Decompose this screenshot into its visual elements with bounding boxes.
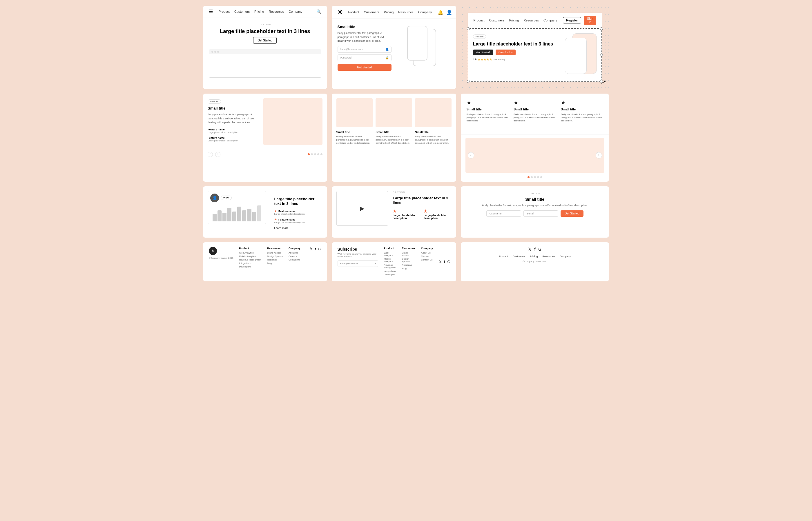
register-button[interactable]: Register: [563, 17, 581, 23]
video-player[interactable]: ▶: [336, 191, 388, 226]
dot-2[interactable]: [311, 153, 313, 155]
list-item[interactable]: Revenue Recognition: [239, 258, 261, 261]
nav-pricing-3[interactable]: Pricing: [509, 19, 519, 22]
carousel-prev-button[interactable]: ‹: [468, 152, 474, 159]
nav-product-1[interactable]: Product: [219, 10, 230, 13]
list-item[interactable]: Design System: [402, 257, 415, 263]
browser-dot-3: [217, 51, 219, 53]
prev-arrow[interactable]: ‹: [208, 152, 213, 157]
list-item[interactable]: Web Analytics: [239, 251, 261, 254]
list-item[interactable]: Contact Us: [289, 258, 300, 261]
carousel-dot-2[interactable]: [531, 176, 533, 178]
list-item[interactable]: Developers: [384, 273, 396, 276]
twitter-icon-1[interactable]: 𝕏: [310, 247, 313, 251]
list-item[interactable]: Blog: [402, 267, 415, 270]
list-item[interactable]: Roadmap: [267, 258, 283, 261]
hero-cta-button[interactable]: Get Started: [253, 37, 277, 44]
navbar-1: ☰ Product Customers Pricing Resources Co…: [203, 6, 327, 17]
facebook-icon-3[interactable]: f: [534, 247, 535, 251]
list-item[interactable]: Roadmap: [402, 264, 415, 266]
list-item[interactable]: About Us: [289, 251, 300, 254]
footer-social-2: 𝕏 f G: [439, 247, 450, 277]
dot-3[interactable]: [314, 153, 316, 155]
list-item[interactable]: Design System: [267, 255, 283, 257]
download-button[interactable]: Download ▾: [496, 49, 516, 55]
avatar-icon[interactable]: 👤: [446, 9, 452, 15]
nav-company-1[interactable]: Company: [289, 10, 302, 13]
email-input[interactable]: [523, 210, 558, 217]
twitter-icon-3[interactable]: 𝕏: [528, 247, 531, 251]
list-item[interactable]: Integrations: [239, 262, 261, 265]
nav-pricing-1[interactable]: Pricing: [254, 10, 264, 13]
learn-more-link[interactable]: Learn more ›: [274, 227, 319, 229]
signin-button[interactable]: Sign in: [584, 16, 596, 25]
bell-icon[interactable]: 🔔: [437, 9, 443, 15]
subscribe-area: Subscribe We'll never to spam you or sha…: [338, 247, 378, 277]
hamburger-icon[interactable]: ☰: [209, 9, 213, 14]
twitter-icon-2[interactable]: 𝕏: [439, 259, 442, 264]
subscribe-email-input[interactable]: [338, 260, 373, 267]
dot-1[interactable]: [308, 153, 310, 155]
carousel-dot-4[interactable]: [537, 176, 539, 178]
carousel-dot-3[interactable]: [534, 176, 536, 178]
dot-4[interactable]: [317, 153, 319, 155]
list-item[interactable]: Developers: [239, 266, 261, 268]
carousel-dot-5[interactable]: [540, 176, 542, 178]
selected-card-buttons: Get Started Download ▾: [473, 49, 561, 55]
nav-product-2[interactable]: Product: [348, 10, 359, 14]
nav-resources-2[interactable]: Resources: [398, 10, 413, 14]
google-icon-2[interactable]: G: [447, 259, 450, 264]
list-item[interactable]: Mobile Analytics: [384, 257, 396, 263]
carousel-dots-wrapper: [466, 176, 604, 178]
facebook-icon-2[interactable]: f: [444, 259, 445, 264]
feature-content: Feature Small title Body placeholder for…: [203, 94, 327, 150]
subscribe-submit-button[interactable]: ›: [373, 260, 378, 267]
list-item[interactable]: Revenue Recognition: [384, 264, 396, 269]
list-item[interactable]: Web Analytics: [384, 251, 396, 257]
dot-5[interactable]: [320, 153, 322, 155]
footer-nav-company[interactable]: Company: [560, 255, 571, 258]
feature-list: Feature name Large placeholder descripti…: [208, 128, 254, 142]
nav-resources-1[interactable]: Resources: [269, 10, 284, 13]
nav-company-3[interactable]: Company: [543, 19, 557, 22]
footer-nav-pricing[interactable]: Pricing: [530, 255, 538, 258]
list-item[interactable]: Contact Us: [421, 258, 433, 261]
next-arrow[interactable]: ›: [215, 152, 220, 157]
get-started-dark-button[interactable]: Get Started: [473, 49, 493, 55]
nav-pricing-2[interactable]: Pricing: [384, 10, 394, 14]
nav-customers-1[interactable]: Customers: [234, 10, 250, 13]
nav-dots: [308, 153, 322, 155]
list-item[interactable]: About Us: [421, 251, 433, 254]
nav-company-2[interactable]: Company: [418, 10, 432, 14]
carousel-dot-1[interactable]: [528, 176, 530, 178]
nav-resources-3[interactable]: Resources: [523, 19, 539, 22]
list-item[interactable]: Integrations: [384, 270, 396, 272]
list-item[interactable]: Brand Assets: [402, 251, 415, 257]
bar-item: [227, 208, 231, 221]
nav-product-3[interactable]: Product: [474, 19, 485, 22]
google-icon-3[interactable]: G: [538, 247, 541, 251]
list-item[interactable]: Careers: [421, 255, 433, 257]
nav-customers-3[interactable]: Customers: [489, 19, 505, 22]
facebook-icon-1[interactable]: f: [315, 247, 316, 251]
footer-nav-resources[interactable]: Resources: [542, 255, 555, 258]
list-item[interactable]: Careers: [289, 255, 300, 257]
review-1: ★ Small title Body placeholder for text …: [467, 99, 509, 122]
carousel-next-button[interactable]: ›: [596, 152, 602, 159]
footer-col-company-list-1: About Us Careers Contact Us: [289, 251, 300, 261]
google-icon-1[interactable]: G: [318, 247, 321, 251]
password-field[interactable]: Password 🔒: [338, 54, 392, 61]
list-item[interactable]: Mobile Analytics: [239, 255, 261, 257]
list-item[interactable]: Blog: [267, 262, 283, 265]
footer-nav-customers[interactable]: Customers: [513, 255, 526, 258]
col-2-text: Small title Body placeholder for text pa…: [376, 131, 412, 145]
login-cta-button[interactable]: Get Started: [338, 64, 392, 71]
username-input[interactable]: [486, 210, 521, 217]
search-icon[interactable]: 🔍: [316, 9, 321, 14]
cta-submit-button[interactable]: Get Started: [560, 210, 583, 217]
list-item[interactable]: Brand Assets: [267, 251, 283, 254]
password-placeholder: Password: [340, 56, 352, 59]
nav-customers-2[interactable]: Customers: [364, 10, 379, 14]
footer-nav-product[interactable]: Product: [499, 255, 508, 258]
email-field[interactable]: hello@buninux.com 👤: [338, 46, 392, 53]
